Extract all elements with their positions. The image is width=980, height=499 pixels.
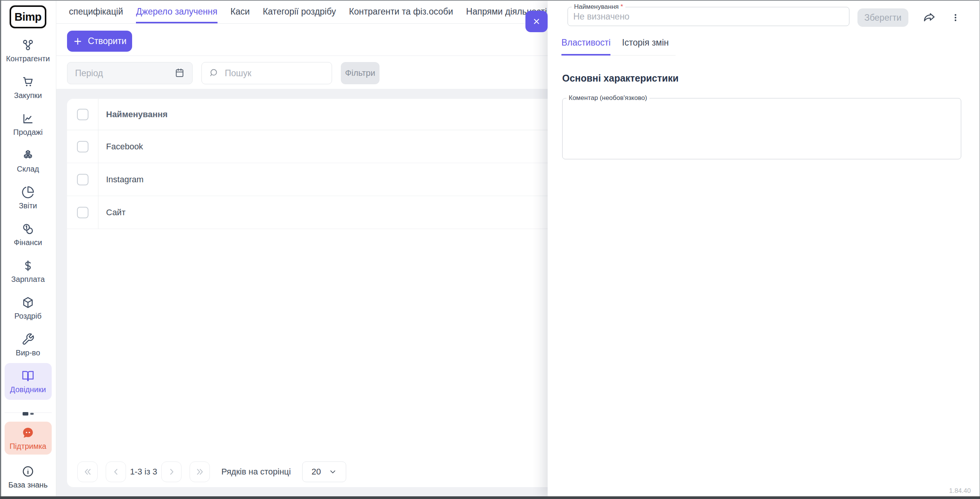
sidebar-item-label: Склад [17, 165, 39, 173]
panel-actions: Зберегти [857, 8, 962, 27]
row-checkbox[interactable] [77, 174, 88, 185]
tab-retail-categories[interactable]: Категорії роздрібу [263, 0, 336, 23]
sidebar-item-label: Зарплата [11, 275, 45, 283]
page-size-select[interactable]: 20 [302, 461, 346, 482]
sidebar-item-label: Закупки [14, 92, 42, 99]
cubes-icon [21, 149, 34, 162]
network-icon [21, 39, 34, 52]
directory-tabbar: специфікацій Джерело залучення Каси Кате… [56, 0, 548, 24]
sidebar-item-label: Вир-во [16, 349, 40, 357]
search-input[interactable] [225, 68, 326, 79]
save-button[interactable]: Зберегти [857, 8, 908, 27]
table-card: Найменування Facebook Instagram Сайт [67, 99, 548, 487]
first-page-button[interactable] [77, 461, 98, 482]
period-input[interactable] [75, 68, 174, 79]
header-checkbox-cell [67, 99, 98, 130]
row-name-cell[interactable]: Facebook [98, 130, 548, 163]
pagination-range-label: 1-3 із 3 [126, 467, 161, 477]
sidebar-item-finance[interactable]: Фінанси [5, 216, 52, 253]
wrench-icon [21, 333, 34, 346]
row-name-cell[interactable]: Сайт [98, 196, 548, 229]
sidebar-item-retail[interactable]: Роздріб [5, 290, 52, 326]
book-icon [21, 370, 34, 383]
table-row[interactable]: Instagram [67, 163, 548, 196]
period-input-wrapper [67, 62, 193, 84]
comment-field-label: Коментар (необов'язково) [566, 94, 650, 102]
row-checkbox-cell [67, 196, 98, 229]
dollar-icon [21, 259, 34, 272]
window-frame-bottom [0, 496, 980, 499]
section-title: Основні характеристики [562, 73, 679, 84]
chevron-right-icon [167, 467, 177, 477]
create-button-label: Створити [88, 36, 127, 46]
create-row: Створити [56, 24, 548, 56]
coins-icon [21, 223, 34, 236]
tab-cash-registers[interactable]: Каси [231, 0, 250, 23]
sidebar-item-knowledge-base[interactable]: База знань [5, 460, 52, 494]
sidebar-item-salary[interactable]: Зарплата [5, 253, 52, 290]
cart-icon [21, 75, 34, 88]
sidebar-item-purchases[interactable]: Закупки [5, 69, 52, 106]
name-input[interactable] [568, 11, 849, 25]
tab-attraction-source[interactable]: Джерело залучення [136, 0, 217, 23]
prev-page-button[interactable] [106, 461, 126, 482]
sidebar-item-production[interactable]: Вир-во [5, 326, 52, 363]
row-checkbox[interactable] [77, 207, 88, 218]
chevron-down-icon [329, 468, 337, 476]
search-input-wrapper [201, 62, 332, 84]
sidebar-item-warehouse[interactable]: Склад [5, 142, 52, 179]
main-content: специфікацій Джерело залучення Каси Кате… [56, 0, 548, 496]
share-icon[interactable] [921, 10, 937, 26]
sidebar-item-contractors[interactable]: Контрагенти [5, 32, 52, 69]
tab-change-history[interactable]: Історія змін [622, 38, 669, 56]
search-icon [209, 68, 219, 79]
last-page-button[interactable] [190, 461, 210, 482]
sidebar-item-label: База знань [8, 481, 48, 489]
table-header-row: Найменування [67, 99, 548, 130]
name-field: Найменування * [568, 3, 849, 26]
plus-icon [73, 36, 83, 46]
app-version: 1.84.40 [949, 487, 971, 495]
double-chevron-left-icon [83, 467, 93, 477]
sidebar-item-directories[interactable]: Довідники [5, 363, 52, 400]
sidebar-item-support[interactable]: Підтримка [5, 422, 52, 455]
sidebar-item-sales[interactable]: Продажі [5, 106, 52, 142]
sidebar-item-reports[interactable]: Звіти [5, 179, 52, 216]
detail-panel: Найменування * Зберегти Властивості Істо… [548, 0, 979, 496]
table-row[interactable]: Facebook [67, 130, 548, 163]
filters-button[interactable]: Фільтри [341, 62, 380, 84]
rows-per-page-label: Рядків на сторінці [221, 467, 291, 477]
page-size-value: 20 [312, 467, 321, 477]
sidebar-item-label: Фінанси [14, 239, 42, 246]
cube-icon [21, 296, 34, 309]
double-chevron-right-icon [195, 467, 205, 477]
select-all-checkbox[interactable] [77, 109, 88, 120]
chevron-left-icon [111, 467, 121, 477]
row-name-cell[interactable]: Instagram [98, 163, 548, 196]
comment-textarea[interactable] [563, 102, 961, 147]
sidebar-item-label: Довідники [10, 386, 46, 393]
calendar-icon[interactable] [174, 67, 185, 79]
sidebar: Bimp Контрагенти Закупки Продажі Склад З… [0, 0, 56, 496]
name-field-label: Найменування * [572, 3, 625, 11]
next-page-button[interactable] [161, 461, 182, 482]
row-checkbox-cell [67, 130, 98, 163]
create-button[interactable]: Створити [67, 31, 132, 52]
filter-toolbar: Фільтри [56, 56, 548, 89]
tab-specifications[interactable]: специфікацій [69, 0, 123, 23]
tab-contractors-individuals[interactable]: Контрагенти та фіз.особи [349, 0, 453, 23]
app-logo[interactable]: Bimp [10, 5, 46, 28]
table-empty-space [67, 229, 548, 456]
required-asterisk: * [620, 3, 623, 10]
tab-properties[interactable]: Властивості [561, 38, 610, 56]
sidebar-item-label: Роздріб [15, 312, 42, 320]
close-icon [532, 17, 541, 26]
kebab-menu-icon[interactable] [949, 10, 962, 26]
row-checkbox[interactable] [77, 141, 88, 152]
table-background: Найменування Facebook Instagram Сайт [56, 89, 548, 496]
close-panel-button[interactable] [525, 11, 548, 32]
chat-icon [21, 426, 34, 439]
line-chart-icon [21, 112, 34, 125]
window-frame-top [0, 0, 980, 1]
table-row[interactable]: Сайт [67, 196, 548, 229]
